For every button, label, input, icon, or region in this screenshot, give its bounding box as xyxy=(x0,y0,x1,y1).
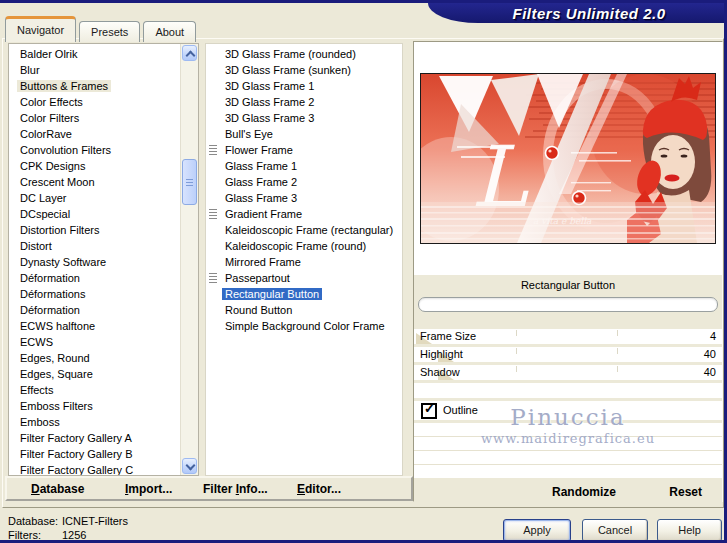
filter-item[interactable]: Round Button xyxy=(206,302,402,318)
filter-item[interactable]: 3D Glass Frame 2 xyxy=(206,94,402,110)
outline-label: Outline xyxy=(443,403,478,417)
outline-checkbox[interactable]: ✓ xyxy=(421,403,437,419)
filter-item[interactable]: 3D Glass Frame (rounded) xyxy=(206,46,402,62)
filter-item[interactable]: 3D Glass Frame (sunken) xyxy=(206,62,402,78)
filter-item[interactable]: 3D Glass Frame 1 xyxy=(206,78,402,94)
tab-navigator[interactable]: Navigator xyxy=(5,16,76,42)
category-item[interactable]: Emboss xyxy=(9,414,181,430)
category-item[interactable]: CPK Designs xyxy=(9,158,181,174)
chevron-up-icon xyxy=(186,51,196,61)
category-item-label: Filter Factory Gallery C xyxy=(17,464,136,476)
toolbar-database[interactable]: Database xyxy=(31,482,84,496)
category-list: Balder OlrikBlurButtons & FramesColor Ef… xyxy=(8,43,199,476)
toolbar-filter-info[interactable]: Filter Info... xyxy=(203,482,268,496)
category-item[interactable]: Balder Olrik xyxy=(9,46,181,62)
category-item[interactable]: Dynasty Software xyxy=(9,254,181,270)
category-item[interactable]: Distortion Filters xyxy=(9,222,181,238)
category-item-label: DC Layer xyxy=(17,192,69,204)
category-item-label: Filter Factory Gallery B xyxy=(17,448,135,460)
filter-item[interactable]: Kaleidoscopic Frame (round) xyxy=(206,238,402,254)
preset-list-icon xyxy=(209,145,217,155)
category-item[interactable]: Convolution Filters xyxy=(9,142,181,158)
filters-unlimited-dialog: Filters Unlimited 2.0 NavigatorPresetsAb… xyxy=(0,0,727,543)
category-item[interactable]: Déformations xyxy=(9,286,181,302)
toolbar-label-post: atabase xyxy=(40,482,85,496)
filter-item-label: Glass Frame 1 xyxy=(222,160,300,172)
slider-shadow[interactable]: Shadow40 xyxy=(414,365,722,383)
filter-item-label: 3D Glass Frame (rounded) xyxy=(222,48,359,60)
category-item[interactable]: Edges, Round xyxy=(9,350,181,366)
apply-button[interactable]: Apply xyxy=(503,519,571,542)
help-button[interactable]: Help xyxy=(657,519,722,542)
filter-title-strip: Rectangular Button xyxy=(414,275,722,295)
category-item[interactable]: Effects xyxy=(9,382,181,398)
category-item[interactable]: ColorRave xyxy=(9,126,181,142)
category-item[interactable]: Déformation xyxy=(9,302,181,318)
filter-item[interactable]: Rectangular Button xyxy=(206,286,402,302)
reset-button[interactable]: Reset xyxy=(669,485,702,499)
filter-item[interactable]: Glass Frame 1 xyxy=(206,158,402,174)
scrollbar-thumb[interactable] xyxy=(182,159,197,205)
controls-gap xyxy=(414,315,722,329)
tab-presets[interactable]: Presets xyxy=(79,21,140,42)
filter-item[interactable]: Flower Frame xyxy=(206,142,402,158)
category-item[interactable]: Edges, Square xyxy=(9,366,181,382)
slider-frame-size[interactable]: Frame Size4 xyxy=(414,329,722,347)
filter-item-label: Bull's Eye xyxy=(222,128,276,140)
filter-item[interactable]: Glass Frame 2 xyxy=(206,174,402,190)
toolbar-editor[interactable]: Editor... xyxy=(297,482,341,496)
category-item[interactable]: DCspecial xyxy=(9,206,181,222)
filter-item-label: 3D Glass Frame 3 xyxy=(222,112,317,124)
preview-image: L a vita e bella xyxy=(420,73,716,244)
slider-label: Frame Size xyxy=(420,329,476,344)
slider-highlight[interactable]: Highlight40 xyxy=(414,347,722,365)
outline-row: ✓ Outline xyxy=(414,401,722,423)
scroll-down-icon[interactable] xyxy=(182,458,197,474)
filter-item[interactable]: Glass Frame 3 xyxy=(206,190,402,206)
category-item[interactable]: ECWS halftone xyxy=(9,318,181,334)
category-item[interactable]: ECWS xyxy=(9,334,181,350)
empty-slider-row xyxy=(414,383,722,401)
category-item-label: CPK Designs xyxy=(17,160,88,172)
category-item[interactable]: Filter Factory Gallery B xyxy=(9,446,181,462)
progress-strip xyxy=(414,295,722,315)
filter-title: Rectangular Button xyxy=(521,279,615,291)
filter-item[interactable]: Mirrored Frame xyxy=(206,254,402,270)
category-scrollbar[interactable] xyxy=(180,44,198,475)
category-item[interactable]: Crescent Moon xyxy=(9,174,181,190)
category-item-label: Déformation xyxy=(17,272,83,284)
tab-strip: NavigatorPresetsAbout xyxy=(5,16,199,42)
slider-tick xyxy=(516,366,517,372)
toolbar-label-post: ditor... xyxy=(305,482,341,496)
filter-item[interactable]: Passepartout xyxy=(206,270,402,286)
category-item-label: Effects xyxy=(17,384,56,396)
category-item[interactable]: Color Filters xyxy=(9,110,181,126)
filter-item[interactable]: Kaleidoscopic Frame (rectangular) xyxy=(206,222,402,238)
filter-item[interactable]: Bull's Eye xyxy=(206,126,402,142)
category-item-label: Déformation xyxy=(17,304,83,316)
category-item[interactable]: DC Layer xyxy=(9,190,181,206)
tab-about[interactable]: About xyxy=(143,21,196,42)
randomize-button[interactable]: Randomize xyxy=(552,485,616,499)
category-item[interactable]: Color Effects xyxy=(9,94,181,110)
filter-item-label: Round Button xyxy=(222,304,295,316)
toolbar-label-mnemonic: D xyxy=(31,482,40,496)
category-item[interactable]: Filter Factory Gallery C xyxy=(9,462,181,476)
category-item[interactable]: Distort xyxy=(9,238,181,254)
category-item[interactable]: Déformation xyxy=(9,270,181,286)
filter-item[interactable]: Gradient Frame xyxy=(206,206,402,222)
slider-tick xyxy=(516,348,517,354)
slider-label: Shadow xyxy=(420,365,460,380)
filters-value: 1256 xyxy=(62,528,86,542)
cancel-button[interactable]: Cancel xyxy=(582,519,648,542)
category-item[interactable]: Emboss Filters xyxy=(9,398,181,414)
category-item-label: Déformations xyxy=(17,288,88,300)
filter-item[interactable]: 3D Glass Frame 3 xyxy=(206,110,402,126)
category-item[interactable]: Blur xyxy=(9,62,181,78)
scroll-up-icon[interactable] xyxy=(182,45,197,61)
category-item[interactable]: Buttons & Frames xyxy=(9,78,181,94)
toolbar-import[interactable]: Import... xyxy=(125,482,172,496)
preset-list-icon xyxy=(209,209,217,219)
category-item[interactable]: Filter Factory Gallery A xyxy=(9,430,181,446)
filter-item[interactable]: Simple Background Color Frame xyxy=(206,318,402,334)
